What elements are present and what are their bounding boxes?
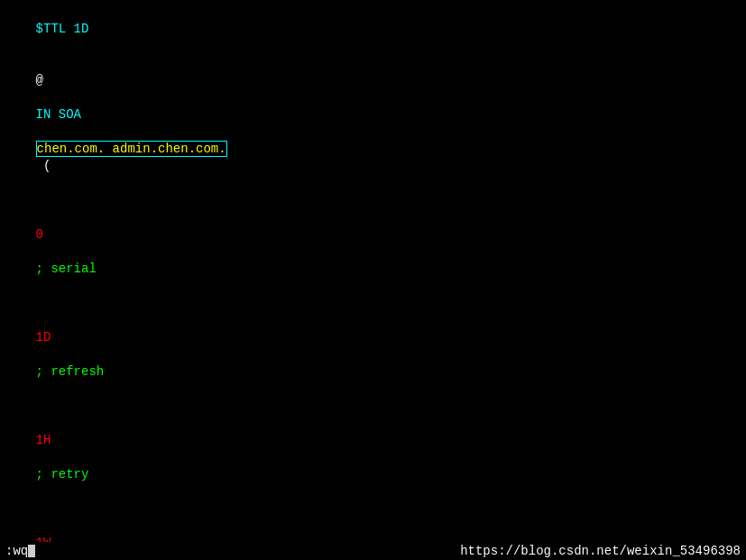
line-ttl: $TTL 1D: [5, 4, 741, 55]
terminal-window: $TTL 1D @ IN SOA chen.com. admin.chen.co…: [0, 0, 746, 560]
ttl-directive: $TTL 1D: [36, 22, 89, 36]
cursor: [28, 545, 35, 557]
line-serial: 0 ; serial: [5, 192, 741, 295]
blog-url: https://blog.csdn.net/weixin_53496398: [460, 544, 741, 558]
status-bar: :wq https://blog.csdn.net/weixin_5349639…: [0, 542, 746, 560]
line-soa: @ IN SOA chen.com. admin.chen.com. (: [5, 55, 741, 192]
line-retry: 1H ; retry: [5, 398, 741, 500]
line-refresh: 1D ; refresh: [5, 295, 741, 398]
vim-command[interactable]: :wq: [5, 544, 35, 558]
